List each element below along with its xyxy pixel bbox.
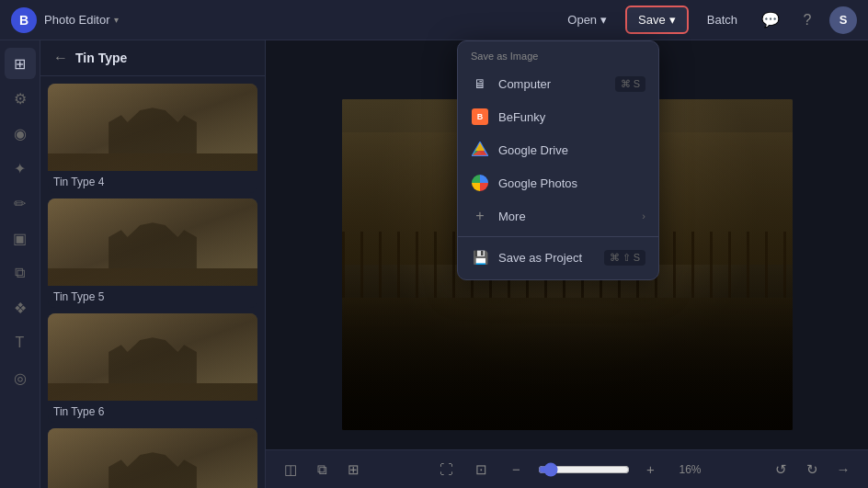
app-title-chevron: ▾ <box>114 15 119 25</box>
app-logo[interactable]: B <box>11 7 37 33</box>
batch-button[interactable]: Batch <box>696 7 748 32</box>
befunky-label: BeFunky <box>498 110 645 124</box>
more-arrow: › <box>642 210 645 221</box>
save-as-project-item[interactable]: 💾 Save as Project ⌘ ⇧ S <box>458 241 658 274</box>
topbar: B Photo Editor ▾ Open ▾ Save ▾ Batch 💬 ?… <box>0 0 868 40</box>
save-project-shortcut: ⌘ ⇧ S <box>604 250 645 266</box>
gdrive-icon <box>471 141 489 159</box>
avatar[interactable]: S <box>829 6 857 34</box>
dropdown-header: Save as Image <box>458 47 658 67</box>
computer-label: Computer <box>498 77 606 91</box>
main-layout: ⊞ ⚙ ◉ ✦ ✏ ▣ ⧉ ❖ T ◎ ← Tin Type Tin Type … <box>0 40 868 488</box>
app-title[interactable]: Photo Editor ▾ <box>44 13 119 27</box>
more-item[interactable]: + More › <box>458 199 658 233</box>
save-button[interactable]: Save ▾ <box>625 6 689 34</box>
save-to-gdrive-item[interactable]: Google Drive <box>458 133 658 166</box>
gdrive-label: Google Drive <box>498 143 645 157</box>
save-project-icon: 💾 <box>471 248 489 267</box>
computer-shortcut: ⌘ S <box>615 76 645 92</box>
save-dropdown-menu: Save as Image 🖥 Computer ⌘ S B BeFunky <box>457 40 659 280</box>
message-button[interactable]: 💬 <box>756 6 785 35</box>
gphotos-icon <box>471 174 489 192</box>
gphotos-label: Google Photos <box>498 176 645 190</box>
more-icon: + <box>471 207 489 225</box>
topbar-right: 💬 ? S <box>756 6 857 35</box>
computer-icon: 🖥 <box>471 74 489 93</box>
save-project-label: Save as Project <box>498 251 595 265</box>
dropdown-overlay: Save as Image 🖥 Computer ⌘ S B BeFunky <box>0 40 868 488</box>
more-label: More <box>498 210 633 223</box>
help-button[interactable]: ? <box>793 6 822 35</box>
save-to-gphotos-item[interactable]: Google Photos <box>458 166 658 199</box>
save-to-computer-item[interactable]: 🖥 Computer ⌘ S <box>458 67 658 100</box>
dropdown-divider <box>458 236 658 237</box>
canvas-area: ◫ ⧉ ⊞ ⛶ ⊡ − + 16% ↺ ↻ → Save as Image <box>266 40 868 488</box>
befunky-icon: B <box>471 108 489 126</box>
open-button[interactable]: Open ▾ <box>556 7 618 32</box>
save-to-befunky-item[interactable]: B BeFunky <box>458 100 658 133</box>
